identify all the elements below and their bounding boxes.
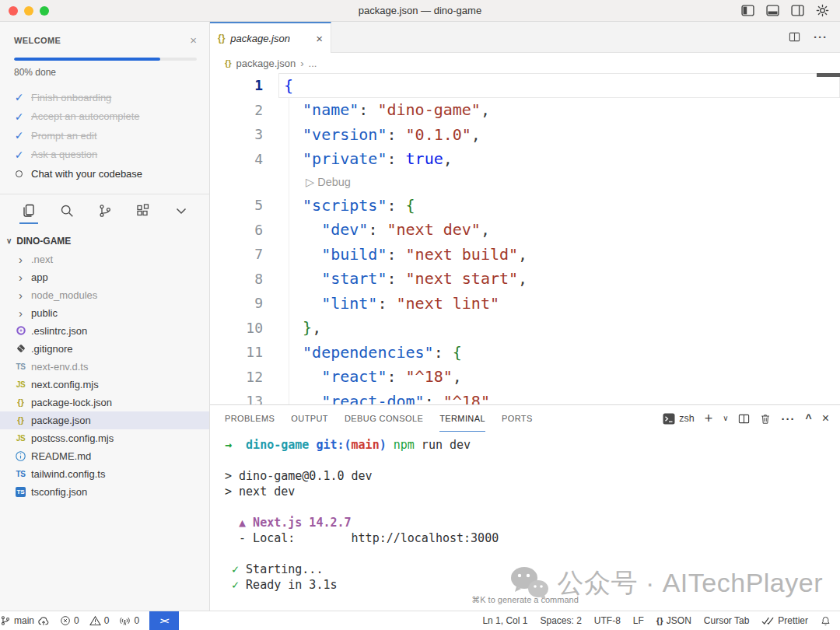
- ellipsis-icon[interactable]: ···: [814, 31, 828, 43]
- gear-icon[interactable]: [816, 4, 829, 17]
- status-main[interactable]: main: [0, 615, 50, 626]
- cloud-upload-icon: [37, 615, 50, 626]
- layout-panel-icon[interactable]: [766, 5, 779, 16]
- tree-item--next[interactable]: ›.next: [0, 250, 209, 268]
- remote-indicator[interactable]: ><: [149, 611, 179, 630]
- tree-item-next-env-d-ts[interactable]: TSnext-env.d.ts: [0, 358, 209, 376]
- circle-icon: [16, 170, 23, 177]
- code-editor[interactable]: 1{2 "name": "dino-game",3 "version": "0.…: [210, 73, 840, 404]
- window-title: package.json — dino-game: [0, 5, 840, 16]
- onboarding-item[interactable]: ✓Accept an autocomplete: [14, 107, 197, 127]
- close-tab-icon[interactable]: ×: [316, 33, 323, 44]
- git-icon: [14, 343, 27, 354]
- explorer-icon: [21, 203, 37, 219]
- code-line-8: 8 "start": "next start",: [210, 267, 840, 292]
- code-text: "dependencies": {: [284, 343, 462, 362]
- editor-scrollbar[interactable]: [817, 73, 840, 77]
- tree-item-package-json[interactable]: {}package.json: [0, 411, 209, 429]
- breadcrumb[interactable]: {} package.json › ...: [210, 53, 840, 73]
- watermark: 公众号 · AITechPlayer: [507, 564, 823, 603]
- status-label: Cursor Tab: [704, 615, 749, 626]
- tree-root-dino-game[interactable]: ∨ DINO-GAME: [0, 233, 209, 250]
- code-text: "scripts": {: [284, 196, 415, 215]
- close-button[interactable]: ×: [822, 412, 829, 425]
- tree-item-postcss-config-mjs[interactable]: JSpostcss.config.mjs: [0, 429, 209, 447]
- shell-selector[interactable]: zsh: [663, 413, 694, 425]
- chevron-icon: ›: [14, 289, 27, 301]
- tree-item-next-config-mjs[interactable]: JSnext.config.mjs: [0, 376, 209, 394]
- chevron-down-small-icon: ∨: [723, 415, 728, 422]
- activity-extensions[interactable]: [134, 199, 152, 224]
- search-icon: [59, 203, 75, 219]
- tab-package-json[interactable]: {} package.json ×: [210, 22, 331, 53]
- status-bell[interactable]: [821, 615, 831, 627]
- tree-item-node-modules[interactable]: ›node_modules: [0, 286, 209, 304]
- onboarding-checklist: ✓Finish onboarding✓Accept an autocomplet…: [14, 88, 197, 184]
- activity-source-control[interactable]: [96, 199, 114, 224]
- zoom-window-button[interactable]: [40, 6, 49, 16]
- status-cursor-tab[interactable]: Cursor Tab: [704, 615, 749, 626]
- panel-tab-problems[interactable]: PROBLEMS: [225, 405, 275, 432]
- panel-tab-terminal[interactable]: TERMINAL: [439, 405, 485, 432]
- close-window-button[interactable]: [9, 6, 18, 16]
- status-spaces-2[interactable]: Spaces: 2: [540, 615, 581, 626]
- status-0[interactable]: 0: [119, 615, 139, 626]
- status-json[interactable]: {}JSON: [656, 615, 691, 626]
- activity-explorer[interactable]: [19, 199, 38, 224]
- trash-button[interactable]: [760, 413, 771, 425]
- tree-item-app[interactable]: ›app: [0, 268, 209, 286]
- activity-chevron-down[interactable]: [172, 199, 191, 224]
- layout-sidebar-right-icon[interactable]: [791, 5, 804, 16]
- split-editor-button[interactable]: [738, 413, 750, 425]
- breadcrumb-file[interactable]: package.json: [236, 58, 296, 69]
- ellipsis-button[interactable]: ···: [781, 413, 795, 425]
- onboarding-item[interactable]: ✓Prompt an edit: [14, 126, 197, 145]
- tree-item-readme-md[interactable]: README.md: [0, 447, 209, 465]
- braces-icon: {}: [14, 415, 27, 425]
- status-bar: main000>< Ln 1, Col 1Spaces: 2UTF-8LF{}J…: [0, 611, 840, 630]
- tree-item-package-lock-json[interactable]: {}package-lock.json: [0, 394, 209, 411]
- chevron-up-button[interactable]: ^: [805, 413, 811, 424]
- code-text: "version": "0.1.0",: [284, 125, 481, 144]
- status-prettier[interactable]: Prettier: [761, 615, 808, 626]
- panel-tab-output[interactable]: OUTPUT: [291, 405, 328, 432]
- layout-sidebar-left-icon[interactable]: [741, 5, 754, 16]
- chevron-down-icon: [173, 203, 189, 219]
- editor-actions: ···: [789, 22, 828, 52]
- onboarding-item[interactable]: ✓Finish onboarding: [14, 88, 197, 107]
- status-ln-1-col-1[interactable]: Ln 1, Col 1: [482, 615, 527, 626]
- onboarding-item[interactable]: Chat with your codebase: [14, 164, 197, 184]
- tree-item-tailwind-config-ts[interactable]: TStailwind.config.ts: [0, 465, 209, 483]
- code-line-3: 3 "version": "0.1.0",: [210, 122, 840, 147]
- watermark-text: 公众号 · AITechPlayer: [557, 565, 823, 601]
- close-icon[interactable]: ×: [190, 34, 197, 46]
- status-utf-8[interactable]: UTF-8: [594, 615, 621, 626]
- status-lf[interactable]: LF: [633, 615, 644, 626]
- plus-button[interactable]: +: [705, 411, 713, 425]
- split-editor-icon: [738, 413, 750, 425]
- minimize-window-button[interactable]: [24, 6, 33, 16]
- panel-tab-ports[interactable]: PORTS: [502, 405, 533, 432]
- activity-search[interactable]: [58, 199, 76, 224]
- line-number: 3: [210, 126, 284, 142]
- code-text: "name": "dino-game",: [284, 100, 490, 119]
- tree-item-label: package-lock.json: [31, 397, 112, 408]
- tree-item-label: tailwind.config.ts: [31, 468, 105, 480]
- chevron-down-small-button[interactable]: ∨: [723, 415, 728, 422]
- title-bar: package.json — dino-game: [0, 0, 840, 22]
- tree-item-public[interactable]: ›public: [0, 304, 209, 322]
- panel-tab-debug-console[interactable]: DEBUG CONSOLE: [345, 405, 423, 432]
- split-editor-icon[interactable]: [789, 31, 800, 43]
- line-number: 12: [210, 369, 284, 385]
- tree-item--eslintrc-json[interactable]: .eslintrc.json: [0, 322, 209, 340]
- onboarding-item[interactable]: ✓Ask a question: [14, 145, 197, 165]
- code-text: "react-dom": "^18": [284, 392, 490, 404]
- status-0[interactable]: 0: [89, 615, 110, 626]
- panel-tabs: PROBLEMSOUTPUTDEBUG CONSOLETERMINALPORTS: [225, 405, 549, 432]
- codelens-debug-link[interactable]: ▷ Debug: [306, 176, 351, 188]
- breadcrumb-more[interactable]: ...: [309, 58, 317, 69]
- tree-items: ›.next›app›node_modules›public.eslintrc.…: [0, 250, 209, 501]
- tree-item-tsconfig-json[interactable]: TStsconfig.json: [0, 483, 209, 501]
- status-0[interactable]: 0: [60, 615, 79, 626]
- tree-item--gitignore[interactable]: .gitignore: [0, 340, 209, 358]
